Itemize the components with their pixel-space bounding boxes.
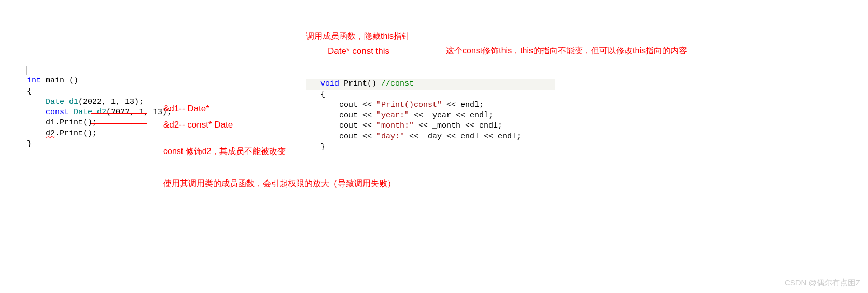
watermark: CSDN @偶尔有点困Z xyxy=(785,278,860,288)
annotation-d2-type: &d2-- const* Date xyxy=(163,120,233,130)
annotation-d1-type: &d1-- Date* xyxy=(163,104,209,114)
annotation-date-const-this: Date* const this xyxy=(328,46,389,57)
red-underline-2 xyxy=(91,123,147,124)
left-code-block: int main () { Date d1(2022, 1, 13); cons… xyxy=(27,65,172,149)
annotation-const-d2: const 修饰d2，其成员不能被改变 xyxy=(163,146,286,157)
annotation-call-member: 调用成员函数，隐藏this指针 xyxy=(306,31,410,42)
error-squiggle: d2 xyxy=(46,129,55,138)
red-underline-1 xyxy=(91,113,147,114)
comment-const: //const xyxy=(381,79,414,88)
highlighted-line: void Print() //const xyxy=(306,79,555,89)
right-code-block: void Print() //const { cout << "Print()c… xyxy=(303,68,555,152)
kw-int: int xyxy=(27,76,41,85)
annotation-permission: 使用其调用类的成员函数，会引起权限的放大（导致调用失败） xyxy=(163,178,396,189)
annotation-const-this-explain: 这个const修饰this，this的指向不能变，但可以修改this指向的内容 xyxy=(446,46,687,57)
